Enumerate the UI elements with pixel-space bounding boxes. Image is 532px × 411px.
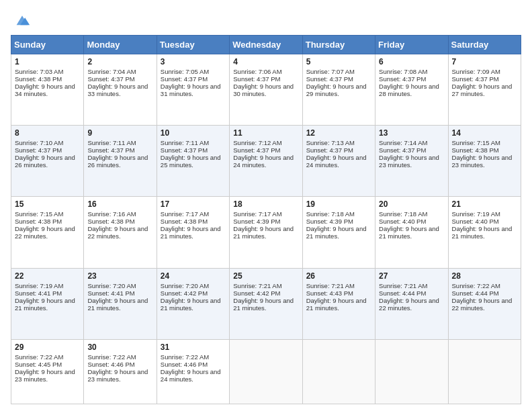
sunset-text: Sunset: 4:46 PM (87, 361, 152, 368)
sunset-text: Sunset: 4:37 PM (87, 75, 152, 83)
calendar-cell (302, 339, 375, 404)
calendar-cell: 25Sunrise: 7:21 AMSunset: 4:42 PMDayligh… (230, 268, 302, 339)
calendar-cell (448, 339, 521, 404)
daylight-text: Daylight: 9 hours and 29 minutes. (306, 83, 371, 97)
sunrise-text: Sunrise: 7:04 AM (87, 68, 152, 75)
sunrise-text: Sunrise: 7:15 AM (452, 139, 517, 146)
day-number: 14 (452, 128, 517, 138)
day-number: 3 (161, 57, 226, 66)
daylight-text: Daylight: 9 hours and 30 minutes. (233, 83, 298, 97)
daylight-text: Daylight: 9 hours and 23 minutes. (87, 368, 152, 383)
daylight-text: Daylight: 9 hours and 21 minutes. (306, 297, 371, 312)
calendar-header-thursday: Thursday (302, 36, 375, 54)
calendar-cell (230, 339, 302, 404)
calendar-table: SundayMondayTuesdayWednesdayThursdayFrid… (11, 35, 521, 404)
sunset-text: Sunset: 4:38 PM (15, 218, 80, 225)
sunrise-text: Sunrise: 7:17 AM (233, 210, 298, 218)
daylight-text: Daylight: 9 hours and 24 minutes. (306, 154, 371, 169)
sunrise-text: Sunrise: 7:11 AM (87, 139, 152, 146)
daylight-text: Daylight: 9 hours and 26 minutes. (87, 154, 152, 169)
sunrise-text: Sunrise: 7:18 AM (306, 210, 371, 218)
day-number: 22 (15, 271, 80, 281)
day-number: 29 (15, 342, 80, 352)
day-number: 26 (306, 271, 371, 281)
day-number: 16 (87, 199, 152, 209)
calendar-week-row: 1Sunrise: 7:03 AMSunset: 4:38 PMDaylight… (11, 54, 521, 126)
sunrise-text: Sunrise: 7:18 AM (379, 210, 444, 218)
calendar-cell: 15Sunrise: 7:15 AMSunset: 4:38 PMDayligh… (11, 197, 84, 268)
daylight-text: Daylight: 9 hours and 27 minutes. (452, 83, 517, 97)
daylight-text: Daylight: 9 hours and 25 minutes. (161, 154, 226, 169)
calendar-header-tuesday: Tuesday (157, 36, 229, 54)
sunrise-text: Sunrise: 7:19 AM (15, 282, 80, 289)
sunset-text: Sunset: 4:37 PM (161, 75, 226, 83)
sunrise-text: Sunrise: 7:06 AM (233, 68, 298, 75)
day-number: 18 (233, 199, 298, 209)
calendar-header-row: SundayMondayTuesdayWednesdayThursdayFrid… (11, 36, 521, 54)
sunset-text: Sunset: 4:43 PM (306, 289, 371, 297)
calendar-cell: 9Sunrise: 7:11 AMSunset: 4:37 PMDaylight… (84, 126, 157, 197)
day-number: 27 (379, 271, 444, 281)
sunset-text: Sunset: 4:45 PM (15, 361, 80, 368)
sunset-text: Sunset: 4:37 PM (233, 75, 298, 83)
calendar-cell: 16Sunrise: 7:16 AMSunset: 4:38 PMDayligh… (84, 197, 157, 268)
sunset-text: Sunset: 4:42 PM (233, 289, 298, 297)
calendar-cell: 12Sunrise: 7:13 AMSunset: 4:37 PMDayligh… (302, 126, 375, 197)
calendar-cell: 31Sunrise: 7:22 AMSunset: 4:46 PMDayligh… (157, 339, 229, 404)
sunrise-text: Sunrise: 7:21 AM (379, 282, 444, 289)
day-number: 9 (87, 128, 152, 138)
sunrise-text: Sunrise: 7:20 AM (161, 282, 226, 289)
sunset-text: Sunset: 4:37 PM (306, 146, 371, 154)
sunset-text: Sunset: 4:37 PM (87, 146, 152, 154)
calendar-week-row: 8Sunrise: 7:10 AMSunset: 4:37 PMDaylight… (11, 126, 521, 197)
calendar-cell: 7Sunrise: 7:09 AMSunset: 4:37 PMDaylight… (448, 54, 521, 126)
day-number: 20 (379, 199, 444, 209)
day-number: 5 (306, 57, 371, 66)
day-number: 11 (233, 128, 298, 138)
calendar-header-monday: Monday (84, 36, 157, 54)
calendar-cell: 24Sunrise: 7:20 AMSunset: 4:42 PMDayligh… (157, 268, 229, 339)
day-number: 6 (379, 57, 444, 66)
daylight-text: Daylight: 9 hours and 31 minutes. (161, 83, 226, 97)
daylight-text: Daylight: 9 hours and 21 minutes. (306, 225, 371, 240)
daylight-text: Daylight: 9 hours and 22 minutes. (452, 297, 517, 312)
calendar-cell: 1Sunrise: 7:03 AMSunset: 4:38 PMDaylight… (11, 54, 84, 126)
header (11, 8, 521, 32)
calendar-cell: 6Sunrise: 7:08 AMSunset: 4:37 PMDaylight… (375, 54, 448, 126)
sunset-text: Sunset: 4:38 PM (87, 218, 152, 225)
sunrise-text: Sunrise: 7:07 AM (306, 68, 371, 75)
day-number: 12 (306, 128, 371, 138)
day-number: 4 (233, 57, 298, 66)
calendar-cell: 20Sunrise: 7:18 AMSunset: 4:40 PMDayligh… (375, 197, 448, 268)
day-number: 24 (161, 271, 226, 281)
day-number: 10 (161, 128, 226, 138)
sunrise-text: Sunrise: 7:21 AM (306, 282, 371, 289)
sunset-text: Sunset: 4:41 PM (15, 289, 80, 297)
sunrise-text: Sunrise: 7:10 AM (15, 139, 80, 146)
sunrise-text: Sunrise: 7:22 AM (452, 282, 517, 289)
day-number: 1 (15, 57, 80, 66)
calendar-cell: 30Sunrise: 7:22 AMSunset: 4:46 PMDayligh… (84, 339, 157, 404)
daylight-text: Daylight: 9 hours and 21 minutes. (87, 297, 152, 312)
calendar-cell: 19Sunrise: 7:18 AMSunset: 4:39 PMDayligh… (302, 197, 375, 268)
sunset-text: Sunset: 4:37 PM (161, 146, 226, 154)
daylight-text: Daylight: 9 hours and 23 minutes. (452, 154, 517, 169)
sunrise-text: Sunrise: 7:05 AM (161, 68, 226, 75)
sunset-text: Sunset: 4:37 PM (379, 146, 444, 154)
sunrise-text: Sunrise: 7:16 AM (87, 210, 152, 218)
sunset-text: Sunset: 4:46 PM (161, 361, 226, 368)
calendar-cell: 26Sunrise: 7:21 AMSunset: 4:43 PMDayligh… (302, 268, 375, 339)
calendar-cell: 13Sunrise: 7:14 AMSunset: 4:37 PMDayligh… (375, 126, 448, 197)
sunrise-text: Sunrise: 7:14 AM (379, 139, 444, 146)
day-number: 7 (452, 57, 517, 66)
daylight-text: Daylight: 9 hours and 21 minutes. (15, 297, 80, 312)
calendar-cell: 8Sunrise: 7:10 AMSunset: 4:37 PMDaylight… (11, 126, 84, 197)
daylight-text: Daylight: 9 hours and 23 minutes. (379, 154, 444, 169)
calendar-cell: 3Sunrise: 7:05 AMSunset: 4:37 PMDaylight… (157, 54, 229, 126)
daylight-text: Daylight: 9 hours and 26 minutes. (15, 154, 80, 169)
sunrise-text: Sunrise: 7:22 AM (87, 353, 152, 361)
calendar-cell: 22Sunrise: 7:19 AMSunset: 4:41 PMDayligh… (11, 268, 84, 339)
calendar-cell: 29Sunrise: 7:22 AMSunset: 4:45 PMDayligh… (11, 339, 84, 404)
calendar-cell: 21Sunrise: 7:19 AMSunset: 4:40 PMDayligh… (448, 197, 521, 268)
calendar-header-sunday: Sunday (11, 36, 84, 54)
